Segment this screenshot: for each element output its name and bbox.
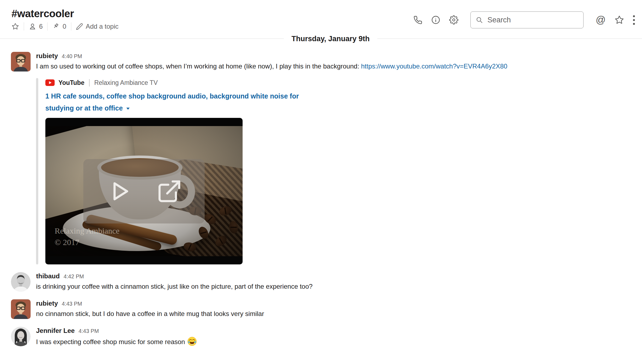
youtube-link[interactable]: https://www.youtube.com/watch?v=EVR4A6y2… (361, 62, 508, 70)
play-button-icon[interactable] (105, 178, 133, 205)
avatar-rubiety[interactable] (11, 52, 31, 71)
slack-channel-view: { "header": { "channel_name": "#watercoo… (0, 0, 642, 364)
avatar-rubiety[interactable] (11, 299, 31, 319)
video-thumbnail[interactable]: Relaxing Ambiance © 2017 (45, 118, 243, 264)
message-author[interactable]: rubiety (36, 52, 58, 60)
message-timestamp[interactable]: 4:43 PM (78, 328, 99, 334)
message-author[interactable]: thibaud (36, 272, 60, 280)
channel-name: #watercooler (11, 8, 119, 20)
star-icon (614, 15, 624, 25)
collapse-caret-icon[interactable] (126, 107, 130, 110)
pin-count: 0 (63, 23, 66, 30)
video-watermark: Relaxing Ambiance © 2017 (55, 225, 119, 248)
message-timestamp[interactable]: 4:43 PM (62, 301, 82, 307)
message-rubiety-443: rubiety 4:43 PM no cinnamon stick, but I… (0, 292, 642, 319)
unfurl-quote-bar (36, 78, 38, 264)
message-timestamp[interactable]: 4:40 PM (62, 53, 82, 59)
star-channel-button[interactable] (11, 23, 19, 30)
pin-icon (52, 23, 60, 30)
pencil-icon (76, 23, 83, 30)
message-jennifer-443: Jennifer Lee 4:43 PM I was expecting cof… (0, 319, 642, 347)
message-text: I am so used to working out of coffee sh… (36, 62, 631, 71)
pinned-items-button[interactable]: 0 (52, 23, 66, 30)
search-icon (476, 16, 483, 24)
channel-header: #watercooler 6 0 Add a topic (0, 0, 642, 39)
message-author[interactable]: rubiety (36, 299, 58, 308)
more-options-button[interactable] (633, 15, 635, 25)
open-external-icon[interactable] (156, 178, 182, 204)
search-box[interactable] (470, 11, 584, 28)
divider (71, 22, 71, 31)
info-icon (431, 15, 440, 25)
starred-items-button[interactable] (614, 15, 624, 25)
joy-emoji (187, 336, 197, 346)
search-input[interactable] (487, 16, 578, 25)
unfurl-source-channel[interactable]: Relaxing Ambiance TV (94, 79, 158, 86)
member-icon (29, 23, 36, 30)
call-button[interactable] (413, 16, 422, 25)
gear-icon (449, 15, 458, 25)
message-timestamp[interactable]: 4:42 PM (64, 273, 84, 280)
video-still: Relaxing Ambiance © 2017 (45, 126, 243, 256)
divider (89, 79, 90, 86)
phone-icon (413, 16, 422, 25)
video-hover-controls (83, 159, 205, 223)
message-text: no cinnamon stick, but I do have a coffe… (36, 309, 631, 318)
avatar-thibaud[interactable] (11, 272, 31, 292)
message-author[interactable]: Jennifer Lee (36, 327, 75, 335)
member-count-button[interactable]: 6 (29, 23, 43, 30)
message-list: rubiety 4:40 PM I am so used to working … (0, 39, 642, 347)
video-title-link[interactable]: 1 HR cafe sounds, coffee shop background… (45, 90, 299, 114)
message-text: I was expecting coffee shop music for so… (36, 336, 631, 347)
add-topic-label: Add a topic (86, 23, 119, 30)
youtube-logo-icon (45, 79, 55, 86)
message-rubiety-440: rubiety 4:40 PM I am so used to working … (0, 39, 642, 264)
mentions-button[interactable]: @ (596, 15, 606, 25)
message-text: is drinking your coffee with a cinnamon … (36, 282, 631, 291)
member-count: 6 (39, 23, 43, 30)
avatar-jennifer-lee[interactable] (11, 327, 31, 346)
channel-details-button[interactable] (431, 15, 440, 25)
settings-button[interactable] (449, 15, 458, 25)
date-divider: Thursday, January 9th (284, 35, 377, 43)
divider (24, 22, 24, 31)
unfurl-provider: YouTube (58, 79, 84, 86)
link-unfurl: YouTube Relaxing Ambiance TV 1 HR cafe s… (36, 78, 631, 264)
add-topic-button[interactable]: Add a topic (76, 23, 119, 30)
divider (47, 22, 48, 31)
star-icon (11, 23, 19, 30)
message-thibaud-442: thibaud 4:42 PM is drinking your coffee … (0, 264, 642, 292)
